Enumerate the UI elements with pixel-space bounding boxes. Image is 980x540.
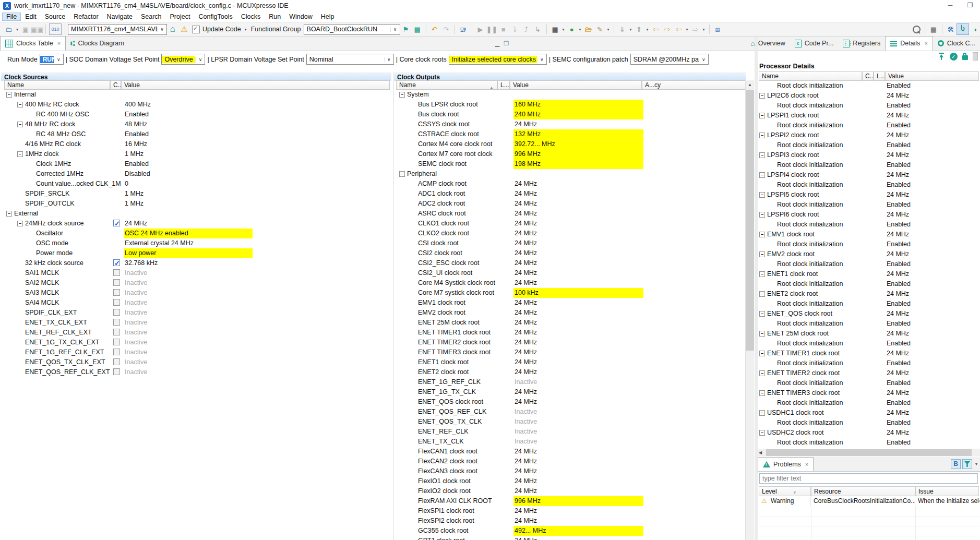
row-value[interactable]: Inactive — [515, 427, 537, 437]
expander-icon[interactable] — [759, 370, 765, 376]
tab-clock-consumers[interactable]: Clock C... — [933, 36, 980, 51]
expander-icon[interactable] — [399, 92, 405, 98]
resume-icon[interactable]: ▶ — [475, 24, 486, 34]
row-value[interactable]: 24 MHz — [515, 248, 537, 258]
row-value[interactable]: Inactive — [125, 357, 147, 367]
lock-icon[interactable] — [962, 55, 968, 60]
row-checkbox[interactable] — [113, 358, 120, 365]
expander-icon[interactable] — [759, 172, 765, 178]
column-header-locked[interactable]: L... — [874, 71, 885, 81]
row-checkbox[interactable] — [113, 309, 120, 316]
row-checkbox[interactable] — [113, 339, 120, 345]
row-value[interactable]: Enabled — [887, 180, 911, 190]
binary-file-icon[interactable]: 010 — [49, 23, 62, 35]
table-row[interactable]: EMV2 clock root 24 MHz — [758, 249, 980, 259]
table-row[interactable]: Root clock initialization Enabled — [758, 299, 980, 309]
row-value[interactable]: 24 MHz — [515, 318, 537, 328]
row-value[interactable]: 24 MHz — [887, 368, 909, 378]
row-value[interactable]: 996 MHz — [513, 496, 643, 506]
run-mode-combo[interactable]: RUN ∨ — [40, 54, 64, 65]
tab-problems[interactable]: Problems × — [758, 457, 814, 471]
row-value[interactable]: 24 MHz — [125, 219, 147, 229]
table-row[interactable]: SPDIF_SRCLK 1 MHz — [1, 189, 391, 199]
table-row[interactable]: LPSPI1 clock root 24 MHz — [758, 111, 980, 121]
table-row[interactable]: Root clock initialization Enabled — [758, 418, 980, 428]
row-checkbox[interactable] — [113, 269, 120, 276]
problems-filter-input[interactable] — [759, 473, 978, 484]
table-row[interactable]: 32 kHz clock source 32.768 kHz — [1, 258, 391, 268]
row-checkbox[interactable] — [113, 368, 120, 375]
table-row[interactable]: GPT1 clock root 24 MHz — [394, 536, 746, 540]
memory-chip-icon[interactable]: ▦ — [550, 24, 560, 34]
menu-search[interactable]: Search — [137, 13, 166, 21]
row-value[interactable]: 1 MHz — [125, 199, 144, 209]
row-value[interactable]: 24 MHz — [887, 230, 909, 239]
config-warning-icon[interactable]: ⚠ — [179, 24, 189, 34]
row-value[interactable]: 24 MHz — [515, 278, 537, 288]
clock-outputs-scrollbar[interactable]: ▲ — [745, 80, 754, 540]
view-menu-icon[interactable]: ▾ — [974, 462, 979, 466]
table-row[interactable]: SEMC clock root 198 MHz — [394, 159, 746, 169]
table-row[interactable]: SAI1 MCLK Inactive — [1, 268, 391, 278]
row-value[interactable]: Inactive — [515, 377, 537, 387]
table-row[interactable]: ENET TIMER2 clock root 24 MHz — [758, 368, 980, 378]
row-value[interactable]: Inactive — [125, 268, 147, 278]
minimize-view-icon[interactable]: ▁ — [495, 40, 499, 47]
scrollbar-thumb[interactable] — [746, 90, 754, 351]
table-row[interactable]: Peripheral — [394, 169, 746, 179]
column-header-issue[interactable]: Issue — [915, 486, 979, 496]
menu-help[interactable]: Help — [317, 13, 339, 21]
row-value[interactable]: 24 MHz — [887, 150, 909, 160]
table-row[interactable]: ASRC clock root 24 MHz — [394, 209, 746, 219]
row-value[interactable]: 32.768 kHz — [125, 258, 158, 268]
column-header-locked[interactable]: L... — [497, 80, 510, 90]
show-blocking-icon[interactable]: B — [951, 459, 961, 469]
expander-icon[interactable] — [17, 151, 23, 157]
table-row[interactable]: ENET1 clock root 24 MHz — [394, 357, 746, 367]
table-row[interactable]: ENET_1G_TX_CLK 24 MHz — [394, 387, 746, 397]
row-checkbox[interactable] — [113, 299, 120, 306]
table-row[interactable]: ENET_TX_CLK Inactive — [394, 437, 746, 447]
row-value[interactable]: Enabled — [887, 299, 911, 309]
flag-icon[interactable]: ⚑ — [401, 24, 411, 34]
step-into-icon[interactable]: ⤵ — [510, 24, 520, 34]
table-row[interactable]: SPDIF_CLK_EXT Inactive — [1, 308, 391, 318]
menu-configtools[interactable]: ConfigTools — [194, 13, 236, 21]
table-row[interactable]: Bus clock root 240 MHz — [394, 110, 746, 119]
terminate-icon[interactable]: ■ — [498, 24, 509, 34]
save-all-icon[interactable]: ▣▣ — [32, 24, 42, 34]
table-row[interactable]: FlexCAN3 clock root 24 MHz — [394, 466, 746, 476]
column-header-resource[interactable]: Resource — [811, 486, 915, 496]
expander-icon[interactable] — [759, 331, 765, 337]
expander-icon[interactable] — [759, 390, 765, 396]
expander-icon[interactable] — [759, 351, 765, 356]
clipped-toolbar-icon[interactable] — [973, 52, 978, 61]
row-value[interactable]: 24 MHz — [887, 269, 909, 279]
table-row[interactable]: 400 MHz RC clock 400 MHz — [1, 100, 391, 110]
table-row[interactable]: CSI2_ESC clock root 24 MHz — [394, 258, 746, 268]
pin-up-icon[interactable]: ⇑ — [634, 24, 644, 34]
column-header-name[interactable]: Name — [759, 71, 862, 81]
row-value[interactable]: 24 MHz — [887, 190, 909, 200]
scrollbar-thumb[interactable] — [766, 449, 972, 456]
expander-icon[interactable] — [6, 211, 12, 217]
row-value[interactable]: 24 MHz — [515, 209, 537, 219]
row-value[interactable]: Inactive — [125, 318, 147, 328]
row-value[interactable]: 160 MHz — [513, 100, 643, 110]
row-value[interactable]: 240 MHz — [513, 110, 643, 119]
row-value[interactable]: Inactive — [125, 288, 147, 298]
row-value[interactable]: Enabled — [125, 110, 149, 119]
expander-icon[interactable] — [17, 221, 23, 226]
semc-patch-combo[interactable]: SDRAM @200MHz patch ∨ — [630, 54, 709, 65]
console-icon[interactable]: 🖳 — [458, 24, 469, 34]
table-row[interactable]: Root clock initialization Enabled — [758, 180, 980, 190]
row-value[interactable]: 24 MHz — [515, 457, 537, 466]
row-value[interactable]: Inactive — [125, 347, 147, 357]
row-value[interactable]: External crystal 24 MHz — [125, 238, 194, 248]
menu-run[interactable]: Run — [265, 13, 285, 21]
row-value[interactable]: 24 MHz — [515, 367, 537, 377]
row-value[interactable]: 24 MHz — [515, 199, 537, 209]
table-row[interactable]: CSI clock root 24 MHz — [394, 238, 746, 248]
table-row[interactable]: ENET_QOS clock root 24 MHz — [758, 309, 980, 319]
row-value[interactable]: Enabled — [887, 279, 911, 289]
